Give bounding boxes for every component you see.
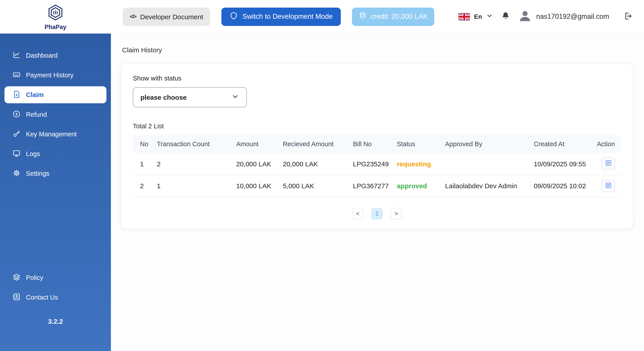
cell-received-amount: 5,000 LAK	[279, 175, 350, 197]
credit-badge[interactable]: credit: 20,000 LAK	[352, 8, 434, 26]
sidebar-item-claim[interactable]: $ Claim	[4, 86, 106, 103]
sidebar-item-logs[interactable]: Logs	[4, 145, 106, 162]
sidebar-item-refund[interactable]: $ Refund	[4, 106, 106, 123]
status-filter-select[interactable]: please choose	[133, 87, 247, 107]
page-title: Claim History	[122, 46, 634, 54]
table-header-row: No Transaction Count Amount Recieved Amo…	[133, 135, 621, 153]
key-icon	[12, 130, 20, 139]
svg-text:pay: pay	[15, 74, 18, 76]
sidebar-item-label: Refund	[26, 111, 47, 118]
table-row: 2 1 10,000 LAK 5,000 LAK LPG367277 appro…	[133, 175, 621, 197]
monitor-icon	[12, 149, 20, 158]
chart-icon	[12, 51, 20, 60]
cell-transaction-count: 2	[154, 153, 233, 175]
user-profile[interactable]: nas170192@gmail.com	[518, 9, 609, 24]
content-area: Claim History Show with status please ch…	[111, 34, 644, 351]
sidebar-item-payment-history[interactable]: pay Payment History	[4, 66, 106, 84]
sidebar-item-policy[interactable]: Policy	[4, 269, 106, 286]
refund-dollar-icon: $	[12, 110, 20, 119]
col-header-amount: Amount	[232, 135, 279, 153]
col-header-transaction-count: Transaction Count	[154, 135, 233, 153]
switch-development-mode-button[interactable]: Switch to Development Mode	[222, 8, 341, 26]
language-label: En	[474, 13, 482, 20]
status-badge: approved	[393, 175, 442, 197]
cell-no: 2	[133, 175, 154, 197]
chevron-down-icon	[231, 92, 239, 102]
app-version: 3.2.2	[0, 318, 111, 325]
claim-history-card: Show with status please choose Total 2 L…	[121, 64, 633, 229]
col-header-bill-no: Bill No	[349, 135, 393, 153]
col-header-no: No	[133, 135, 154, 153]
phapay-logo-icon	[46, 3, 64, 23]
document-icon	[605, 160, 612, 168]
contact-book-icon	[12, 293, 20, 302]
logo-text: PhaPay	[44, 24, 66, 30]
avatar-icon	[518, 9, 532, 24]
layers-icon	[12, 273, 20, 282]
table-row: 1 2 20,000 LAK 20,000 LAK LPG235249 requ…	[133, 153, 621, 175]
switch-mode-label: Switch to Development Mode	[242, 12, 333, 20]
cell-created-at: 10/09/2025 09:55	[530, 153, 593, 175]
claims-table: No Transaction Count Amount Recieved Amo…	[133, 135, 621, 197]
pagination-next-button[interactable]: >	[390, 208, 402, 219]
receipt-dollar-icon: $	[12, 90, 20, 100]
document-icon	[605, 182, 612, 190]
developer-document-label: Developer Document	[140, 13, 203, 20]
pay-card-icon: pay	[12, 70, 20, 80]
col-header-status: Status	[393, 135, 442, 153]
sidebar-item-label: Payment History	[26, 72, 74, 79]
svg-text:$: $	[16, 93, 18, 96]
notifications-button[interactable]	[501, 11, 510, 22]
col-header-created-at: Created At	[530, 135, 593, 153]
svg-text:$: $	[16, 112, 18, 116]
sidebar-menu: Dashboard pay Payment History $	[0, 34, 111, 182]
sidebar: PhaPay Dashboard pay Payment Hist	[0, 0, 111, 351]
cell-no: 1	[133, 153, 154, 175]
logout-button[interactable]	[624, 12, 632, 22]
cell-amount: 10,000 LAK	[232, 175, 279, 197]
logo: PhaPay	[0, 0, 111, 34]
col-header-received-amount: Recieved Amount	[279, 135, 350, 153]
sidebar-item-contact-us[interactable]: Contact Us	[4, 289, 106, 306]
sidebar-footer: Policy Contact Us 3.2.2	[0, 269, 111, 351]
sidebar-item-key-management[interactable]: Key Management	[4, 126, 106, 143]
total-count-label: Total 2 List	[133, 122, 621, 130]
credit-label: credit: 20,000 LAK	[371, 12, 428, 20]
sidebar-item-label: Key Management	[26, 130, 77, 138]
cell-received-amount: 20,000 LAK	[279, 153, 350, 175]
sidebar-item-label: Settings	[26, 170, 50, 177]
main-area: </> Developer Document Switch to Develop…	[111, 0, 644, 351]
status-badge: requesting	[393, 153, 442, 175]
cell-transaction-count: 1	[154, 175, 233, 197]
chevron-down-icon	[486, 12, 493, 21]
cell-bill-no: LPG367277	[349, 175, 393, 197]
status-filter-value: please choose	[140, 94, 187, 101]
topbar-right: En	[458, 9, 632, 24]
shield-check-icon	[230, 12, 238, 22]
col-header-approved-by: Approved By	[442, 135, 530, 153]
row-detail-button[interactable]	[602, 158, 615, 170]
code-icon: </>	[130, 14, 136, 20]
status-filter-label: Show with status	[133, 75, 621, 82]
sidebar-item-label: Policy	[26, 274, 43, 281]
cell-bill-no: LPG235249	[349, 153, 393, 175]
pagination-page-1[interactable]: 1	[371, 208, 383, 219]
developer-document-button[interactable]: </> Developer Document	[122, 8, 210, 26]
sidebar-item-dashboard[interactable]: Dashboard	[4, 47, 106, 64]
uk-flag-icon	[458, 13, 470, 20]
cell-approved-by	[442, 153, 530, 175]
user-email: nas170192@gmail.com	[536, 12, 609, 20]
language-selector[interactable]: En	[458, 12, 493, 21]
pagination-prev-button[interactable]: <	[352, 208, 364, 219]
sidebar-item-settings[interactable]: Settings	[4, 165, 106, 182]
col-header-action: Action	[593, 135, 621, 153]
gear-icon	[12, 169, 20, 178]
bell-icon	[501, 11, 510, 22]
sidebar-item-label: Dashboard	[26, 52, 58, 59]
coins-icon	[359, 12, 367, 22]
cell-amount: 20,000 LAK	[232, 153, 279, 175]
topbar: </> Developer Document Switch to Develop…	[111, 0, 644, 34]
sidebar-item-label: Contact Us	[26, 294, 58, 301]
app-root: PhaPay Dashboard pay Payment Hist	[0, 0, 644, 351]
row-detail-button[interactable]	[602, 180, 615, 192]
